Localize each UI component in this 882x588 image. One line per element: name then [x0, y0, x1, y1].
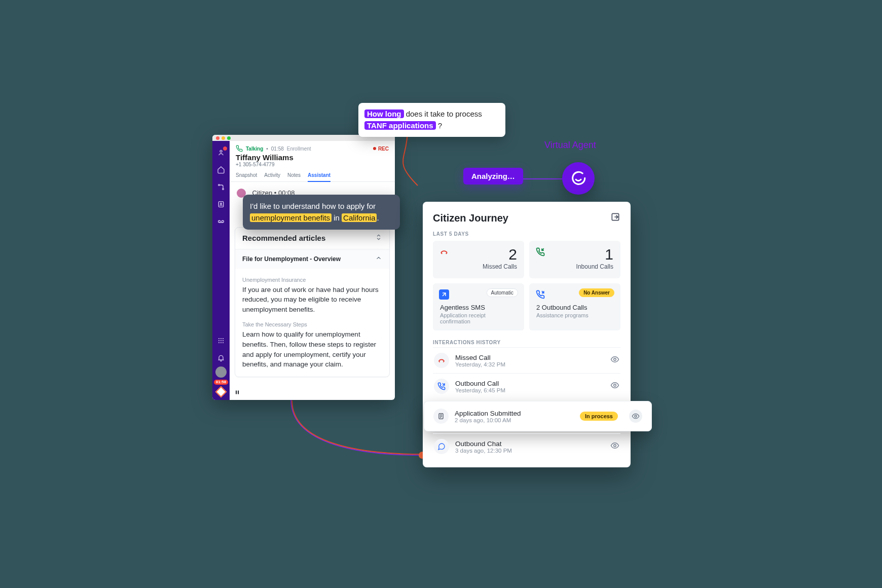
utterance-highlight: unemployment benefits [250, 213, 332, 222]
svg-point-2 [223, 189, 224, 190]
history-row-highlight[interactable]: Application Submitted 2 days ago, 10:00 … [424, 401, 652, 431]
utterance-bubble: I'd like to understand how to apply for … [243, 195, 400, 230]
call-duration: 01:58 [271, 146, 284, 152]
question-bubble: How long does it take to process TANF ap… [358, 103, 505, 137]
svg-point-13 [218, 342, 219, 343]
history-row[interactable]: Outbound Call Yesterday, 6:45 PM [433, 373, 620, 399]
card-badge: No Answer [579, 288, 614, 297]
call-state: Talking [246, 146, 263, 152]
contact-phone: +1 305-574-4779 [236, 162, 389, 167]
window-close-dot[interactable] [216, 136, 219, 140]
eye-icon[interactable] [610, 355, 619, 366]
outbound-call-icon [535, 289, 545, 300]
row-title: Outbound Chat [455, 440, 512, 448]
row-time: 3 days ago, 12:30 PM [455, 448, 512, 454]
sidebar-timer: 01:58 [214, 380, 228, 385]
utterance-highlight: California [342, 213, 377, 222]
card-agentless-sms[interactable]: Automatic Agentless SMS Application rece… [433, 283, 524, 330]
row-title: Missed Call [455, 354, 505, 361]
svg-point-14 [220, 342, 222, 343]
svg-point-11 [220, 340, 222, 341]
svg-point-19 [614, 358, 616, 361]
tab-snapshot[interactable]: Snapshot [236, 172, 257, 181]
card-badge: Automatic [487, 288, 518, 297]
row-title: Application Submitted [455, 410, 521, 417]
tab-assistant[interactable]: Assistant [308, 172, 330, 182]
rec-indicator: REC [373, 146, 389, 152]
svg-point-10 [218, 340, 219, 341]
outbound-call-icon [434, 379, 449, 394]
tab-activity[interactable]: Activity [264, 172, 280, 181]
card-title: 2 Outbound Calls [536, 304, 613, 311]
agent-sidebar: 01:58 [212, 141, 230, 400]
window-max-dot[interactable] [227, 136, 231, 140]
card-inbound-calls[interactable]: 1 Inbound Calls [529, 241, 620, 278]
tabs: Snapshot Activity Notes Assistant [230, 168, 395, 182]
tab-notes[interactable]: Notes [287, 172, 301, 181]
card-value: 1 [536, 247, 613, 262]
recommended-header[interactable]: Recommended articles [235, 228, 389, 249]
sidebar-apps-icon[interactable] [215, 335, 227, 346]
sidebar-agent-icon[interactable] [215, 147, 227, 158]
sidebar-contacts-icon[interactable] [215, 199, 227, 210]
call-header: Talking • 01:58 Enrollment REC Tiffany W… [230, 141, 395, 168]
expand-icon[interactable] [610, 212, 620, 224]
sidebar-bell-icon[interactable] [215, 352, 227, 363]
svg-point-1 [218, 185, 220, 186]
card-sub: Assistance programs [536, 312, 613, 318]
journey-panel: Citizen Journey LAST 5 DAYS 2 Missed Cal… [423, 202, 631, 467]
sidebar-avatar[interactable] [215, 366, 227, 378]
sms-icon [439, 289, 449, 300]
svg-point-22 [635, 415, 637, 417]
collapse-icon[interactable] [375, 234, 382, 243]
recommended-item-title: File for Unemployment - Overview [242, 255, 341, 263]
card-title: Agentless SMS [440, 304, 517, 311]
sidebar-home-icon[interactable] [215, 164, 227, 175]
card-outbound-calls[interactable]: No Answer 2 Outbound Calls Assistance pr… [529, 283, 620, 330]
chevron-up-icon [375, 254, 382, 264]
svg-point-7 [218, 338, 219, 339]
svg-point-12 [223, 340, 224, 341]
history-row[interactable]: Outbound Chat 3 days ago, 12:30 PM [433, 433, 620, 459]
history-row[interactable]: Missed Call Yesterday, 4:32 PM [433, 347, 620, 373]
pause-button[interactable] [230, 385, 245, 400]
agent-panel: 01:58 Talking • 01:58 Enrollment REC Tif… [212, 135, 395, 400]
virtual-agent-label: Virtual Agent [544, 140, 596, 151]
card-value: 2 [440, 247, 517, 262]
status-pill: In process [580, 412, 618, 421]
inbound-call-icon [535, 247, 545, 257]
journey-title: Citizen Journey [433, 212, 508, 224]
card-missed-calls[interactable]: 2 Missed Calls [433, 241, 524, 278]
svg-rect-17 [238, 391, 239, 394]
section-eyebrow: Unemployment Insurance [242, 277, 382, 283]
utterance-text: I'd like to understand how to apply for [250, 202, 376, 210]
sidebar-diamond-icon[interactable] [215, 386, 227, 398]
analyzing-pill: Analyzing… [463, 168, 523, 185]
svg-rect-16 [236, 391, 237, 394]
utterance-text: in [332, 213, 342, 222]
svg-point-23 [614, 445, 616, 447]
eye-icon[interactable] [610, 441, 619, 452]
chat-icon [434, 439, 449, 454]
sidebar-flow-icon[interactable] [215, 181, 227, 193]
question-text: ? [436, 121, 443, 130]
call-context: Enrollment [287, 146, 311, 152]
utterance-text: . [377, 213, 379, 222]
recommended-item[interactable]: File for Unemployment - Overview [235, 249, 389, 269]
sidebar-voicemail-icon[interactable] [215, 216, 227, 227]
history-label: INTERACTIONS HISTORY [433, 340, 620, 345]
recommended-heading: Recommended articles [242, 234, 325, 242]
row-time: Yesterday, 6:45 PM [455, 387, 505, 393]
row-title: Outbound Call [455, 380, 505, 387]
eye-icon[interactable] [629, 410, 642, 423]
row-time: 2 days ago, 10:00 AM [455, 417, 521, 423]
svg-point-4 [220, 203, 222, 204]
section-copy: Learn how to qualify for unemployment be… [242, 329, 382, 369]
window-min-dot[interactable] [222, 136, 225, 140]
eye-icon[interactable] [610, 381, 619, 392]
contact-name: Tiffany Williams [236, 153, 389, 162]
virtual-agent-icon[interactable] [562, 162, 595, 195]
svg-point-15 [223, 342, 224, 343]
document-icon [433, 409, 449, 424]
missed-call-icon [439, 247, 449, 257]
